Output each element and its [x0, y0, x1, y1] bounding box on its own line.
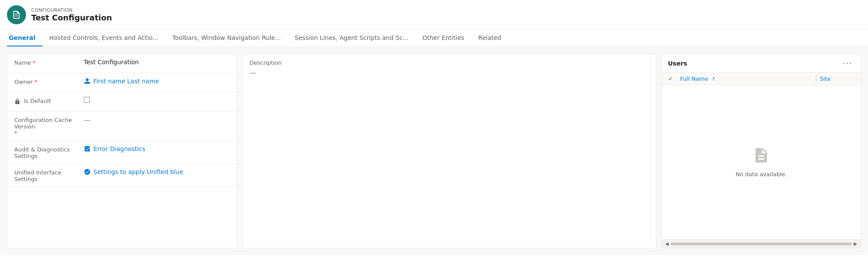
- description-value: ---: [250, 69, 649, 243]
- users-title: Users: [668, 60, 687, 67]
- users-no-data: No data available.: [662, 85, 861, 239]
- name-value[interactable]: Test Configuration: [84, 59, 230, 66]
- cache-value: ---: [84, 116, 230, 124]
- lock-icon: [14, 99, 20, 105]
- configuration-icon: [7, 5, 26, 24]
- is-default-label: Is Default: [14, 97, 84, 105]
- description-panel: Description ---: [242, 54, 656, 248]
- cache-label: Configuration Cache Version *: [14, 116, 84, 136]
- is-default-field-row: Is Default: [7, 92, 237, 112]
- tab-hosted-controls[interactable]: Hosted Controls, Events and Actio...: [43, 30, 165, 46]
- users-col-site[interactable]: Site: [820, 76, 855, 82]
- owner-label: Owner *: [14, 78, 84, 85]
- header-title: Test Configuration: [31, 13, 112, 22]
- content-area: Name * Test Configuration Owner * First …: [0, 47, 868, 255]
- users-check-col: ✓: [668, 75, 680, 82]
- empty-state-icon: [753, 147, 770, 164]
- unified-field-row: Unified Interface Settings Settings to a…: [7, 164, 237, 187]
- users-panel-header: Users ···: [662, 54, 861, 72]
- users-table-header: ✓ Full Name ↑ Site: [662, 72, 861, 85]
- header-text-group: CONFIGURATION Test Configuration: [31, 7, 112, 22]
- cache-field-row: Configuration Cache Version * ---: [7, 112, 237, 141]
- audit-link-icon: [84, 145, 91, 152]
- audit-field-row: Audit & Diagnostics Settings Error Diagn…: [7, 141, 237, 164]
- no-data-text: No data available.: [736, 171, 787, 178]
- owner-field-row: Owner * First name Last name: [7, 73, 237, 92]
- unified-value[interactable]: Settings to apply Unified blue: [84, 168, 230, 175]
- config-svg-icon: [12, 10, 21, 20]
- unified-link-icon: [84, 168, 91, 175]
- sort-icon: ↑: [712, 76, 716, 82]
- name-field-row: Name * Test Configuration: [7, 54, 237, 73]
- user-icon: [84, 78, 91, 85]
- col-divider: [816, 75, 816, 82]
- scroll-right-arrow[interactable]: ▶: [854, 241, 857, 246]
- users-more-button[interactable]: ···: [841, 59, 855, 68]
- users-panel: Users ··· ✓ Full Name ↑ Site No data ava…: [661, 54, 861, 248]
- users-scrollbar[interactable]: ◀ ▶: [662, 239, 861, 248]
- unified-label: Unified Interface Settings: [14, 168, 84, 182]
- audit-label: Audit & Diagnostics Settings: [14, 145, 84, 159]
- tab-related[interactable]: Related: [471, 30, 508, 46]
- tab-toolbars[interactable]: Toolbars, Window Navigation Rule...: [165, 30, 288, 46]
- name-label: Name *: [14, 59, 84, 66]
- is-default-checkbox: [84, 97, 230, 103]
- is-default-checkbox-input[interactable]: [84, 97, 90, 103]
- users-check-mark: ✓: [668, 75, 673, 82]
- no-data-icon: [753, 147, 770, 168]
- tab-general[interactable]: General: [7, 30, 43, 46]
- scroll-track[interactable]: [671, 243, 852, 245]
- tab-session-lines[interactable]: Session Lines, Agent Scripts and Sc...: [288, 30, 415, 46]
- owner-value[interactable]: First name Last name: [84, 78, 230, 85]
- page-header: CONFIGURATION Test Configuration: [0, 0, 868, 30]
- tab-other-entities[interactable]: Other Entities: [415, 30, 471, 46]
- general-form-panel: Name * Test Configuration Owner * First …: [7, 54, 237, 248]
- description-label: Description: [250, 59, 649, 66]
- users-col-fullname[interactable]: Full Name ↑: [680, 76, 812, 82]
- header-label: CONFIGURATION: [31, 7, 112, 13]
- tab-bar: General Hosted Controls, Events and Acti…: [0, 30, 868, 47]
- audit-value[interactable]: Error Diagnostics: [84, 145, 230, 152]
- scroll-left-arrow[interactable]: ◀: [665, 241, 669, 246]
